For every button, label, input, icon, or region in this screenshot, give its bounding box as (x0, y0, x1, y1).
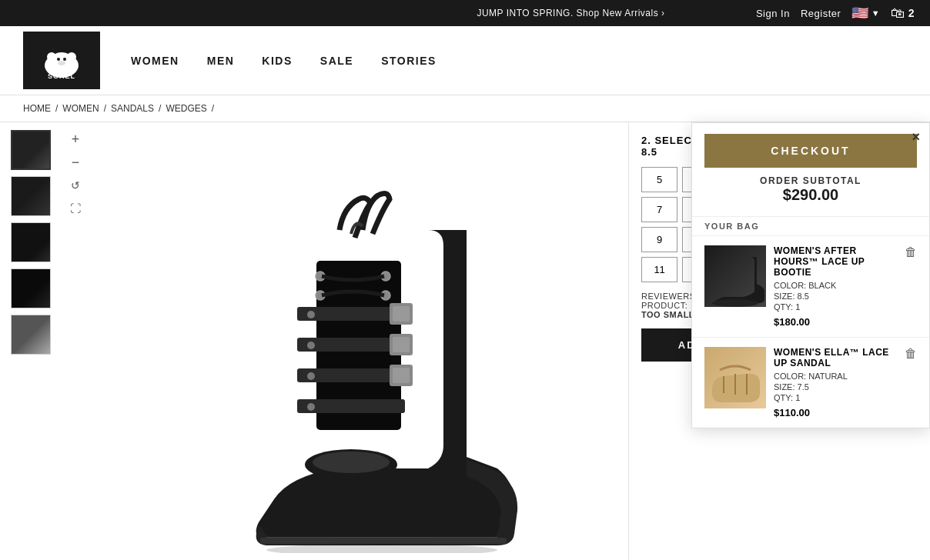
breadcrumb-wedges[interactable]: WEDGES (166, 103, 206, 114)
svg-point-31 (712, 299, 758, 307)
svg-rect-16 (393, 306, 410, 322)
product-thumbnails (0, 122, 62, 560)
cart-item-price-1: $180.00 (774, 316, 897, 328)
size-5[interactable]: 5 (641, 167, 677, 192)
nav-men[interactable]: MEN (207, 55, 235, 67)
nav-kids[interactable]: KIDS (262, 55, 292, 67)
cart-item-qty-2: QTY: 1 (774, 393, 897, 402)
breadcrumb: HOME / WOMEN / SANDALS / WEDGES / (0, 95, 930, 122)
logo-image: SOREL (35, 38, 89, 82)
svg-point-2 (47, 52, 56, 62)
close-cart-popup-button[interactable]: × (912, 129, 920, 145)
checkout-button[interactable]: CHECKOUT (704, 134, 917, 168)
cart-item-name-2: WOMEN'S ELLA™ LACE UP SANDAL (774, 347, 897, 368)
shoe-svg (197, 184, 520, 553)
svg-point-6 (58, 61, 65, 65)
cart-popup-header: × CHECKOUT ORDER SUBTOTAL $290.00 (692, 123, 929, 216)
cart-items-list: WOMEN'S AFTER HOURS™ LACE UP BOOTIE COLO… (692, 235, 929, 428)
order-subtotal-amount: $290.00 (704, 186, 917, 204)
boot-thumbnail-svg (704, 245, 766, 307)
breadcrumb-sandals[interactable]: SANDALS (111, 103, 154, 114)
order-subtotal-label: ORDER SUBTOTAL (704, 175, 917, 186)
main-nav: WOMEN MEN KIDS SALE STORIES (131, 55, 437, 67)
remove-item-1-button[interactable]: 🗑 (905, 245, 917, 259)
svg-point-3 (67, 52, 76, 62)
header: SOREL WOMEN MEN KIDS SALE STORIES (0, 26, 930, 95)
banner-text[interactable]: JUMP INTO SPRING. Shop New Arrivals › (386, 8, 756, 18)
cart-item: WOMEN'S ELLA™ LACE UP SANDAL COLOR: NATU… (692, 337, 929, 428)
cart-item-color-2: COLOR: NATURAL (774, 372, 897, 381)
cart-item: WOMEN'S AFTER HOURS™ LACE UP BOOTIE COLO… (692, 235, 929, 337)
cart-popup: × CHECKOUT ORDER SUBTOTAL $290.00 YOUR B… (691, 122, 930, 428)
cart-item-details-2: WOMEN'S ELLA™ LACE UP SANDAL COLOR: NATU… (774, 347, 897, 418)
svg-point-5 (63, 58, 66, 61)
svg-text:SOREL: SOREL (48, 72, 75, 80)
rotate-button[interactable]: ↺ (66, 176, 85, 195)
your-bag-label: YOUR BAG (692, 216, 929, 235)
cart-item-size-1: SIZE: 8.5 (774, 292, 897, 301)
cart-item-image-2 (704, 347, 766, 408)
cart-icon: 🛍 (891, 5, 905, 22)
banner-message: JUMP INTO SPRING. Shop New Arrivals › (477, 8, 664, 18)
thumbnail-1[interactable] (11, 130, 51, 170)
order-subtotal: ORDER SUBTOTAL $290.00 (704, 168, 917, 208)
nav-sale[interactable]: SALE (320, 55, 353, 67)
svg-point-25 (307, 311, 315, 318)
cart-item-price-2: $110.00 (774, 407, 897, 418)
main-content: + − ↺ ⛶ (0, 122, 930, 560)
sign-in-link[interactable]: Sign In (756, 8, 790, 19)
svg-point-4 (57, 58, 60, 61)
top-banner: JUMP INTO SPRING. Shop New Arrivals › Si… (0, 0, 930, 26)
svg-point-26 (307, 342, 315, 349)
thumbnail-5[interactable] (11, 315, 51, 355)
thumbnail-3[interactable] (11, 222, 51, 262)
selected-size: 8.5 (641, 146, 657, 158)
logo[interactable]: SOREL (23, 32, 100, 89)
svg-rect-18 (393, 337, 410, 352)
cart-count: 2 (908, 7, 915, 19)
remove-item-2-button[interactable]: 🗑 (905, 347, 917, 361)
zoom-out-button[interactable]: − (66, 153, 85, 172)
size-7[interactable]: 7 (641, 197, 677, 222)
cart-item-size-2: SIZE: 7.5 (774, 382, 897, 392)
fullscreen-button[interactable]: ⛶ (66, 199, 85, 218)
svg-point-27 (307, 372, 315, 380)
cart-item-image-1 (704, 245, 766, 307)
breadcrumb-home[interactable]: HOME (23, 103, 51, 114)
thumbnail-4[interactable] (11, 268, 51, 308)
zoom-in-button[interactable]: + (66, 130, 85, 148)
breadcrumb-women[interactable]: WOMEN (62, 103, 99, 114)
thumbnail-2[interactable] (11, 176, 51, 216)
size-11[interactable]: 11 (641, 257, 677, 282)
cart-icon-wrap[interactable]: 🛍 2 (891, 5, 915, 22)
register-link[interactable]: Register (801, 8, 841, 19)
svg-rect-20 (393, 368, 410, 383)
cart-item-qty-1: QTY: 1 (774, 302, 897, 312)
svg-rect-29 (260, 538, 507, 544)
nav-women[interactable]: WOMEN (131, 55, 179, 67)
sandal-thumbnail-svg (704, 347, 766, 408)
nav-stories[interactable]: STORIES (381, 55, 437, 67)
product-main-image (97, 130, 621, 553)
svg-point-28 (307, 403, 315, 411)
flag-us-icon[interactable]: 🇺🇸 ▼ (851, 5, 880, 22)
svg-point-9 (313, 452, 390, 473)
header-actions: Sign In Register 🇺🇸 ▼ 🛍 2 (756, 5, 915, 22)
cart-item-color-1: COLOR: BLACK (774, 281, 897, 290)
cart-item-details-1: WOMEN'S AFTER HOURS™ LACE UP BOOTIE COLO… (774, 245, 897, 328)
product-image-area (89, 122, 628, 560)
size-9[interactable]: 9 (641, 227, 677, 252)
zoom-controls: + − ↺ ⛶ (62, 122, 89, 560)
cart-item-name-1: WOMEN'S AFTER HOURS™ LACE UP BOOTIE (774, 245, 897, 278)
